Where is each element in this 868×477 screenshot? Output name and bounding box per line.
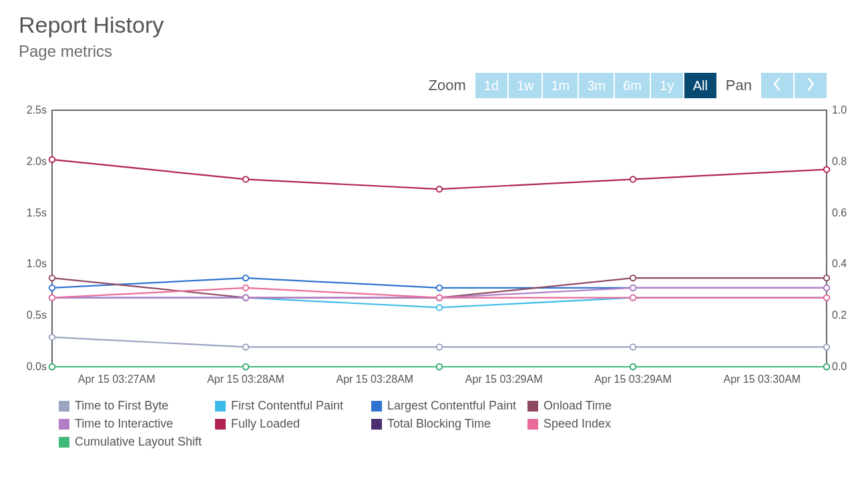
- svg-text:Apr 15 03:28AM: Apr 15 03:28AM: [337, 373, 414, 385]
- svg-text:0.4: 0.4: [832, 258, 847, 269]
- svg-point-38: [824, 275, 829, 281]
- chevron-left-icon: [772, 77, 783, 95]
- svg-point-30: [243, 275, 248, 281]
- legend-label: Time to Interactive: [75, 417, 173, 431]
- svg-text:0.8: 0.8: [832, 156, 847, 167]
- zoom-button-1m[interactable]: 1m: [543, 73, 578, 98]
- svg-point-31: [437, 285, 442, 291]
- legend-label: Total Blocking Time: [387, 417, 491, 431]
- svg-text:0.6: 0.6: [832, 207, 847, 218]
- zoom-button-1d[interactable]: 1d: [475, 73, 507, 98]
- legend-label: Largest Contentful Paint: [387, 399, 516, 413]
- page-title: Report History: [19, 12, 849, 38]
- pan-right-button[interactable]: [795, 73, 827, 98]
- svg-text:0.0s: 0.0s: [27, 361, 47, 372]
- chart-legend: Time to First ByteFirst Contentful Paint…: [19, 399, 849, 449]
- legend-item-onload[interactable]: Onload Time: [527, 399, 684, 413]
- svg-text:1.5s: 1.5s: [27, 207, 47, 218]
- legend-item-tbt[interactable]: Total Blocking Time: [371, 417, 527, 431]
- svg-point-48: [824, 166, 829, 172]
- svg-point-43: [824, 285, 829, 291]
- svg-text:0.0: 0.0: [832, 361, 847, 372]
- legend-swatch: [215, 419, 226, 430]
- legend-label: Cumulative Layout Shift: [75, 435, 202, 449]
- legend-item-fully[interactable]: Fully Loaded: [215, 417, 371, 431]
- svg-text:0.5s: 0.5s: [27, 309, 47, 321]
- chevron-right-icon: [805, 77, 816, 95]
- svg-point-42: [630, 285, 636, 291]
- svg-point-59: [49, 364, 55, 369]
- pan-button-group: [761, 73, 827, 98]
- svg-text:Apr 15 03:30AM: Apr 15 03:30AM: [724, 373, 801, 385]
- zoom-button-1w[interactable]: 1w: [509, 73, 542, 98]
- zoom-button-3m[interactable]: 3m: [579, 73, 614, 98]
- svg-point-29: [49, 285, 55, 291]
- legend-swatch: [59, 401, 69, 412]
- svg-point-22: [630, 344, 636, 349]
- legend-swatch: [371, 401, 382, 412]
- svg-point-54: [49, 295, 55, 300]
- svg-text:1.0: 1.0: [832, 105, 847, 116]
- svg-point-55: [243, 285, 248, 291]
- page-subtitle: Page metrics: [19, 42, 849, 61]
- legend-label: Speed Index: [544, 417, 611, 431]
- legend-item-tti[interactable]: Time to Interactive: [59, 417, 215, 431]
- svg-point-40: [243, 295, 248, 300]
- zoom-button-all[interactable]: All: [684, 73, 716, 98]
- svg-point-34: [49, 275, 55, 281]
- svg-point-60: [243, 364, 248, 369]
- legend-swatch: [371, 419, 382, 430]
- svg-point-37: [630, 275, 636, 281]
- zoom-button-group: 1d1w1m3m6m1yAll: [475, 73, 716, 98]
- legend-label: Fully Loaded: [231, 417, 300, 431]
- svg-text:Apr 15 03:28AM: Apr 15 03:28AM: [207, 373, 284, 385]
- legend-swatch: [215, 401, 226, 412]
- svg-point-26: [437, 305, 442, 310]
- zoom-label: Zoom: [429, 77, 466, 94]
- legend-item-fcp[interactable]: First Contentful Paint: [215, 399, 371, 413]
- svg-text:Apr 15 03:27AM: Apr 15 03:27AM: [78, 373, 156, 385]
- pan-left-button[interactable]: [761, 73, 793, 98]
- zoom-button-1y[interactable]: 1y: [651, 73, 683, 98]
- legend-item-lcp[interactable]: Largest Contentful Paint: [371, 399, 527, 413]
- legend-swatch: [527, 419, 538, 430]
- svg-point-20: [243, 344, 248, 349]
- svg-text:2.0s: 2.0s: [27, 156, 47, 167]
- legend-label: Time to First Byte: [75, 399, 168, 413]
- svg-text:1.0s: 1.0s: [27, 258, 47, 269]
- svg-point-45: [243, 176, 248, 182]
- svg-point-58: [824, 295, 829, 300]
- svg-rect-0: [52, 110, 827, 367]
- svg-point-56: [437, 295, 442, 300]
- legend-swatch: [59, 437, 69, 448]
- chart-controls: Zoom 1d1w1m3m6m1yAll Pan: [19, 73, 849, 98]
- svg-point-63: [824, 364, 829, 369]
- svg-point-57: [630, 295, 636, 300]
- svg-point-19: [49, 334, 55, 339]
- svg-point-61: [437, 364, 442, 369]
- metrics-chart[interactable]: 0.0s0.5s1.0s1.5s2.0s2.5s0.00.20.40.60.81…: [19, 105, 849, 392]
- legend-item-cls[interactable]: Cumulative Layout Shift: [59, 435, 215, 449]
- legend-swatch: [59, 419, 69, 430]
- svg-point-21: [437, 344, 442, 349]
- svg-point-23: [824, 344, 829, 349]
- legend-swatch: [527, 401, 538, 412]
- svg-point-47: [630, 176, 636, 182]
- svg-point-62: [630, 364, 636, 369]
- legend-item-si[interactable]: Speed Index: [527, 417, 684, 431]
- legend-item-ttfb[interactable]: Time to First Byte: [59, 399, 215, 413]
- legend-label: First Contentful Paint: [231, 399, 343, 413]
- svg-point-46: [437, 186, 442, 192]
- legend-label: Onload Time: [544, 399, 612, 413]
- pan-label: Pan: [726, 77, 752, 94]
- svg-text:Apr 15 03:29AM: Apr 15 03:29AM: [594, 373, 672, 385]
- zoom-button-6m[interactable]: 6m: [615, 73, 650, 98]
- svg-text:Apr 15 03:29AM: Apr 15 03:29AM: [465, 373, 543, 385]
- svg-text:2.5s: 2.5s: [27, 105, 47, 116]
- svg-text:0.2: 0.2: [832, 309, 847, 321]
- svg-point-44: [49, 157, 55, 162]
